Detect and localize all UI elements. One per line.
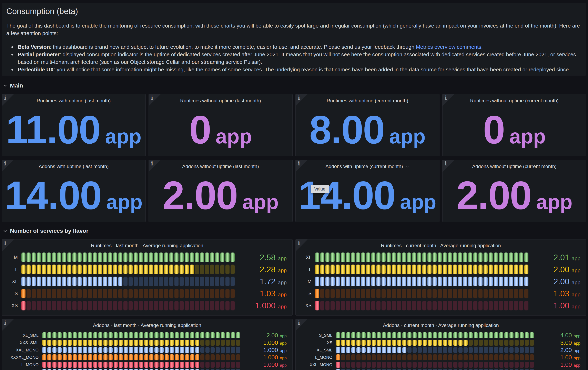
- panel-title[interactable]: Runtimes - last month - Average running …: [14, 243, 280, 248]
- bar-segment: [474, 347, 478, 353]
- bar-segment: [139, 277, 143, 286]
- bar-segment: [226, 347, 230, 353]
- info-icon: i: [298, 320, 300, 326]
- panel-title[interactable]: Runtimes - current month - Average runni…: [308, 243, 574, 248]
- bar-segment: [37, 301, 41, 310]
- bar-row: XXXXL_MONO1.000app: [6, 354, 290, 360]
- panel-title[interactable]: Runtimes with uptime (last month): [14, 98, 133, 104]
- bar-row: M2.58app: [6, 253, 290, 262]
- section-label: Number of services by flavor: [10, 228, 88, 234]
- bar-segment: [382, 332, 386, 338]
- panel-info-corner[interactable]: i: [296, 160, 307, 172]
- bar-segment: [231, 339, 235, 346]
- bar-segment: [220, 289, 224, 298]
- bar-segment: [134, 301, 138, 310]
- panel-menu-chevron-icon[interactable]: [405, 164, 410, 168]
- bar-segment: [397, 301, 401, 310]
- panel-info-corner[interactable]: i: [296, 239, 307, 251]
- bar-segment: [159, 347, 164, 353]
- panel-info-corner[interactable]: i: [2, 319, 14, 331]
- bar-segment: [159, 277, 163, 286]
- panel-info-corner[interactable]: i: [2, 94, 14, 106]
- bar-segment: [37, 289, 41, 298]
- bar-segment: [387, 253, 391, 262]
- panel-info-corner[interactable]: i: [296, 94, 307, 106]
- bar-segment: [42, 369, 46, 370]
- bar-segment: [113, 265, 117, 274]
- section-header-number-of-services-by-flavor[interactable]: Number of services by flavor: [3, 227, 88, 235]
- bar-segment: [190, 289, 194, 298]
- bar-segment: [468, 289, 472, 298]
- bar-track: [42, 369, 242, 370]
- bar-segment: [154, 354, 158, 360]
- bar-segment: [124, 354, 128, 360]
- bar-segment: [326, 265, 329, 274]
- bar-segment: [180, 347, 184, 353]
- bar-track: [336, 369, 536, 370]
- bar-track: [42, 354, 242, 360]
- bar-segment: [63, 362, 67, 368]
- panel-info-corner[interactable]: i: [2, 239, 14, 251]
- bar-segment: [164, 289, 168, 298]
- panel-title[interactable]: Addons without uptime (last month): [161, 164, 280, 169]
- bar-row-value: 2.00app: [532, 265, 583, 274]
- panel-info-corner[interactable]: i: [442, 160, 454, 172]
- panel-info-corner[interactable]: i: [442, 94, 454, 106]
- panel-title[interactable]: Runtimes with uptime (current month): [308, 98, 427, 104]
- bar-row-label: M: [299, 279, 315, 284]
- bar-segment: [57, 277, 61, 286]
- bar-segment: [210, 253, 214, 262]
- bar-segment: [483, 277, 488, 286]
- bar-segment: [372, 362, 376, 368]
- bar-segment: [387, 362, 391, 368]
- panel-title[interactable]: Addons without uptime (current month): [455, 164, 574, 169]
- section-header-main[interactable]: Main: [3, 82, 23, 90]
- bar-row-label: M: [6, 255, 21, 260]
- panel-title[interactable]: Addons with uptime (last month): [14, 164, 133, 169]
- bar-segment: [320, 253, 324, 262]
- bar-row-label: S: [299, 291, 315, 296]
- bar-segment: [93, 289, 97, 298]
- panel-title[interactable]: Addons with uptime (current month): [308, 164, 427, 169]
- bar-segment: [52, 347, 56, 353]
- info-icon: i: [445, 160, 447, 167]
- panel-title[interactable]: Runtimes without uptime (last month): [161, 98, 280, 104]
- stat-panel-runtimes-without-uptime-last-month: i Runtimes without uptime (last month) 0…: [148, 94, 293, 156]
- bar-segment: [341, 289, 345, 298]
- panel-info-corner[interactable]: i: [149, 94, 161, 106]
- bar-row: XL_SML2.00app: [6, 332, 290, 338]
- bar-segment: [210, 277, 214, 286]
- bar-segment: [159, 332, 164, 338]
- bar-segment: [357, 369, 360, 370]
- panel-info-corner[interactable]: i: [149, 160, 161, 172]
- panel-info-corner[interactable]: i: [2, 160, 14, 172]
- metrics-overview-comments-link[interactable]: Metrics overview comments: [416, 44, 481, 50]
- bar-segment: [179, 265, 184, 274]
- bar-segment: [336, 369, 340, 370]
- bar-row-label: XXL_MONO: [6, 348, 42, 352]
- bar-segment: [427, 301, 431, 310]
- panel-title[interactable]: Addons - current month - Average running…: [308, 322, 574, 328]
- bar-segment: [58, 362, 62, 368]
- bar-segment: [73, 347, 77, 353]
- bar-segment: [489, 332, 493, 338]
- bar-segment: [468, 277, 472, 286]
- bar-segment: [458, 289, 462, 298]
- panel-title[interactable]: Runtimes without uptime (current month): [455, 98, 574, 104]
- bar-segment: [514, 347, 519, 353]
- stat-value: 2.00app: [162, 175, 278, 215]
- panel-title[interactable]: Addons - last month - Average running ap…: [14, 322, 280, 328]
- panel-info-corner[interactable]: i: [296, 319, 307, 331]
- bar-segment: [474, 354, 478, 360]
- bar-segment: [448, 347, 452, 353]
- bar-segment: [392, 265, 396, 274]
- bar-segment: [170, 362, 174, 368]
- bar-segment: [27, 289, 31, 298]
- bar-segment: [331, 289, 335, 298]
- bar-segment: [407, 253, 411, 262]
- bar-segment: [346, 347, 350, 353]
- bar-segment: [68, 347, 72, 353]
- bar-segment: [98, 332, 102, 338]
- bar-segment: [366, 265, 370, 274]
- bar-segment: [509, 277, 513, 286]
